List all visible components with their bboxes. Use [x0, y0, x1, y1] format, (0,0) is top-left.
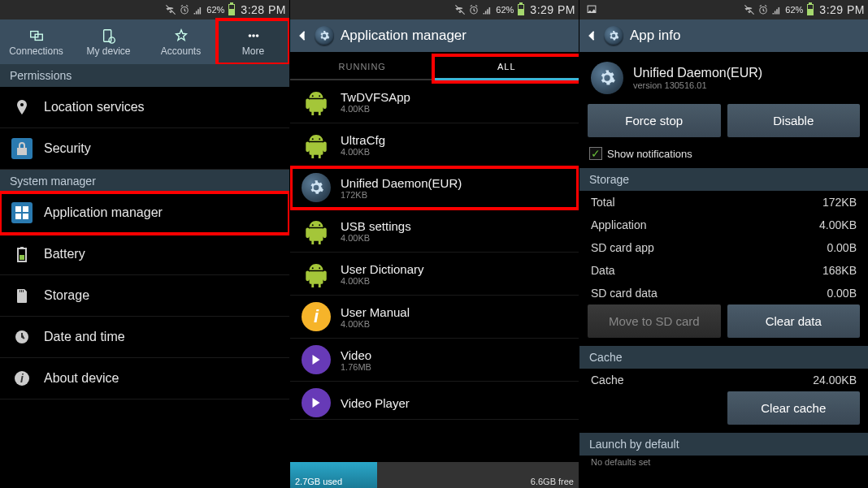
signal-icon: [771, 4, 783, 15]
screen-app-info: 62% 3:29 PM App info Unified Daemon(EUR)…: [579, 0, 868, 488]
battery-icon: [228, 4, 235, 15]
app-manager-tabs: RUNNING ALL: [290, 52, 579, 80]
app-row[interactable]: i User Manual4.00KB: [290, 296, 579, 339]
app-list[interactable]: TwDVFSApp4.00KB UltraCfg4.00KB Unified D…: [290, 80, 579, 462]
checkbox-icon[interactable]: [589, 147, 602, 160]
clear-data-button[interactable]: Clear data: [727, 304, 861, 338]
more-icon: [245, 28, 262, 44]
status-bar: 62% 3:29 PM: [579, 0, 868, 19]
app-name: Video Player: [341, 396, 410, 410]
storage-total: Total172KB: [579, 191, 868, 214]
tab-my-device[interactable]: My device: [72, 19, 145, 64]
item-label: Security: [44, 141, 91, 156]
app-name: User Dictionary: [341, 262, 424, 276]
app-name: Unified Daemon(EUR): [633, 66, 762, 80]
alarm-icon: [179, 4, 190, 15]
app-name: TwDVFSApp: [341, 90, 410, 104]
tab-connections[interactable]: Connections: [0, 19, 72, 64]
status-clock: 3:29 PM: [819, 3, 865, 16]
section-system-manager: System manager: [0, 170, 289, 192]
app-name: Unified Daemon(EUR): [341, 176, 462, 190]
status-bar: 62% 3:28 PM: [0, 0, 289, 19]
app-row[interactable]: User Dictionary4.00KB: [290, 253, 579, 296]
status-bar: 62% 3:29 PM: [290, 0, 579, 19]
tab-label: My device: [86, 45, 130, 57]
screen-application-manager: 62% 3:29 PM Application manager RUNNING …: [289, 0, 579, 488]
sdcard-icon: [13, 287, 31, 304]
item-storage[interactable]: Storage: [0, 275, 289, 317]
clear-cache-button[interactable]: Clear cache: [727, 391, 861, 425]
tab-label: Accounts: [161, 45, 201, 57]
app-size: 4.00KB: [341, 276, 424, 286]
show-notifications-row[interactable]: Show notifications: [579, 145, 868, 168]
clock-icon: [13, 328, 31, 346]
header-title: App info: [630, 28, 680, 44]
battery-icon: [807, 4, 814, 15]
settings-gear-icon: [315, 26, 334, 45]
app-row[interactable]: USB settings4.00KB: [290, 209, 579, 253]
item-location-services[interactable]: Location services: [0, 87, 289, 128]
tab-accounts[interactable]: Accounts: [145, 19, 217, 64]
connections-icon: [28, 28, 45, 44]
info-icon: [13, 369, 31, 387]
item-application-manager[interactable]: Application manager: [0, 192, 289, 234]
wifi-off-icon: [454, 4, 466, 15]
item-label: Location services: [44, 100, 145, 114]
lock-icon: [13, 140, 31, 158]
tab-label: More: [242, 45, 264, 57]
app-name: USB settings: [341, 219, 411, 233]
item-security[interactable]: Security: [0, 128, 289, 170]
app-name: User Manual: [341, 305, 410, 319]
app-size: 4.00KB: [341, 147, 385, 157]
app-version: version 130516.01: [633, 80, 762, 90]
back-icon[interactable]: [297, 30, 308, 41]
alarm-icon: [757, 4, 769, 15]
app-info-header: Unified Daemon(EUR) version 130516.01: [579, 52, 868, 104]
app-size: 4.00KB: [341, 319, 410, 329]
screen-settings: 62% 3:28 PM Connections My device Accoun…: [0, 0, 289, 488]
storage-data: Data168KB: [579, 259, 868, 282]
app-row[interactable]: UltraCfg4.00KB: [290, 123, 579, 166]
item-date-time[interactable]: Date and time: [0, 317, 289, 358]
app-icon: [591, 62, 623, 94]
item-label: Date and time: [44, 330, 125, 344]
settings-gear-icon: [604, 26, 623, 45]
tab-all[interactable]: ALL: [435, 57, 579, 80]
tab-running[interactable]: RUNNING: [290, 57, 435, 80]
video-icon: [302, 388, 331, 417]
app-row-unified-daemon[interactable]: Unified Daemon(EUR)172KB: [290, 166, 579, 209]
disable-button[interactable]: Disable: [727, 104, 861, 137]
battery-percent: 62%: [785, 5, 803, 15]
tab-label: Connections: [9, 45, 63, 57]
settings-tabs: Connections My device Accounts More: [0, 19, 289, 64]
checkbox-label: Show notifications: [607, 148, 692, 160]
app-size: 1.76MB: [341, 362, 371, 372]
item-about-device[interactable]: About device: [0, 358, 289, 399]
gear-icon: [302, 173, 331, 202]
grid-icon: [13, 204, 31, 222]
storage-bar: Device memory 2.7GB used 6.6GB free: [290, 462, 579, 488]
item-battery[interactable]: Battery: [0, 234, 289, 275]
app-row[interactable]: Video Player: [290, 382, 579, 420]
info-icon: i: [302, 302, 331, 331]
alarm-icon: [468, 4, 480, 15]
app-row[interactable]: TwDVFSApp4.00KB: [290, 80, 579, 123]
app-row[interactable]: Video1.76MB: [290, 339, 579, 382]
tab-more[interactable]: More: [217, 19, 289, 64]
notification-icon: [586, 4, 597, 15]
no-defaults: No defaults set: [579, 456, 868, 472]
app-size: 172KB: [341, 190, 462, 200]
cache-size: Cache24.00KB: [579, 369, 868, 391]
storage-application: Application4.00KB: [579, 214, 868, 236]
app-size: 4.00KB: [341, 233, 411, 243]
android-icon: [302, 88, 330, 115]
force-stop-button[interactable]: Force stop: [588, 104, 721, 137]
signal-icon: [482, 4, 493, 15]
wifi-off-icon: [165, 4, 176, 15]
storage-free: 6.6GB free: [531, 477, 574, 486]
battery-icon: [518, 4, 524, 15]
storage-sd-app: SD card app0.00B: [579, 236, 868, 259]
back-icon[interactable]: [586, 30, 597, 41]
battery-percent: 62%: [496, 5, 514, 15]
app-name: Video: [341, 348, 371, 362]
